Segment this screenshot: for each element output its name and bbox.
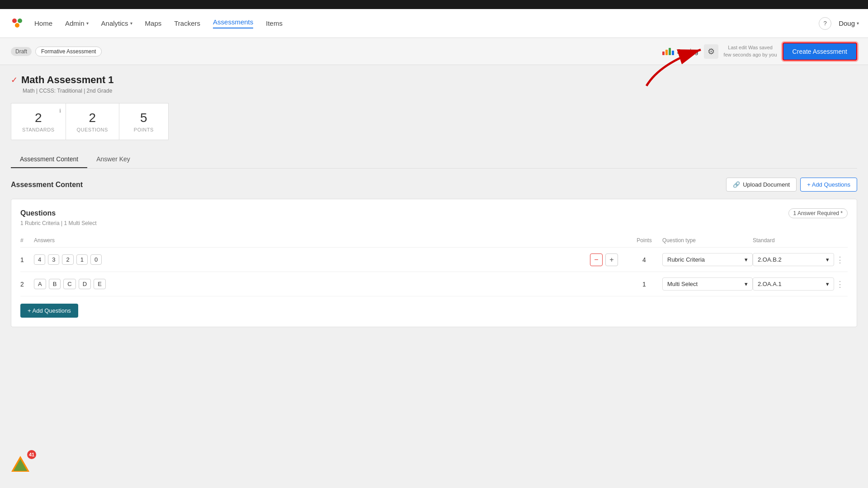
answer-chip: E [94, 279, 106, 289]
col-points: Points [626, 234, 662, 248]
section-actions: 🔗 Upload Document + Add Questions [726, 178, 857, 192]
upload-icon: 🔗 [733, 181, 740, 188]
col-num: # [20, 234, 34, 248]
chevron-down-icon: ▾ [826, 281, 829, 287]
svg-point-1 [18, 19, 22, 23]
logo[interactable] [9, 15, 25, 32]
col-spacer [590, 234, 626, 248]
navigation: Home Admin ▾ Analytics ▾ Maps Trackers A… [0, 9, 868, 38]
row-answers: ABCDE [34, 272, 590, 296]
nav-items-menu[interactable]: Items [266, 19, 283, 27]
nav-analytics[interactable]: Analytics ▾ [101, 19, 132, 27]
section-title: Assessment Content [11, 181, 83, 189]
content-tabs: Assessment Content Answer Key [11, 151, 857, 169]
minus-button[interactable]: − [590, 253, 603, 266]
chevron-down-icon: ▾ [745, 256, 748, 263]
svg-point-2 [15, 23, 19, 28]
scoring-button[interactable]: Scoring [662, 48, 698, 55]
col-question-type: Question type [662, 234, 753, 248]
help-icon[interactable]: ? [819, 17, 831, 30]
questions-table: # Answers Points Question type Standard … [20, 234, 848, 296]
nav-assessments[interactable]: Assessments [213, 18, 253, 28]
questions-number: 2 [89, 111, 96, 125]
section-header: Assessment Content 🔗 Upload Document + A… [11, 178, 857, 192]
standard-dropdown[interactable]: 2.OA.A.1▾ [753, 277, 834, 291]
row-standard: 2.OA.B.2▾ [753, 248, 834, 272]
points-label: POINTS [134, 127, 154, 132]
nav-admin[interactable]: Admin ▾ [65, 19, 89, 27]
row-question-type: Rubric Criteria▾ [662, 248, 753, 272]
nav-items: Home Admin ▾ Analytics ▾ Maps Trackers A… [34, 18, 283, 28]
answer-chip: 1 [76, 254, 88, 265]
answer-chip: 2 [62, 254, 73, 265]
col-standard: Standard [753, 234, 834, 248]
question-type-dropdown[interactable]: Rubric Criteria▾ [662, 253, 753, 266]
chevron-down-icon: ▾ [130, 21, 132, 26]
draft-badge[interactable]: Draft [11, 47, 32, 56]
create-assessment-button[interactable]: Create Assessment [783, 42, 857, 61]
row-actions-cell [590, 272, 626, 296]
points-number: 5 [140, 111, 147, 125]
nav-maps[interactable]: Maps [145, 19, 162, 27]
answer-chip: C [63, 279, 75, 289]
col-answers: Answers [34, 234, 590, 248]
table-header-row: # Answers Points Question type Standard [20, 234, 848, 248]
row-number: 2 [20, 272, 34, 296]
tab-answer-key[interactable]: Answer Key [87, 151, 139, 168]
user-menu[interactable]: Doug ▾ [839, 19, 859, 27]
table-row: 143210−+4Rubric Criteria▾2.OA.B.2▾⋮ [20, 248, 848, 272]
answer-chip: B [49, 279, 61, 289]
chevron-down-icon: ▾ [745, 281, 748, 287]
answer-chip: 0 [90, 254, 102, 265]
standard-dropdown[interactable]: 2.OA.B.2▾ [753, 253, 834, 266]
row-more-cell: ⋮ [834, 272, 848, 296]
row-more-cell: ⋮ [834, 248, 848, 272]
stat-questions: 2 QUESTIONS [66, 103, 119, 140]
question-type-dropdown[interactable]: Multi Select▾ [662, 277, 753, 291]
formative-badge[interactable]: Formative Assessment [35, 47, 102, 56]
assessment-meta: Math | CCSS: Traditional | 2nd Grade [23, 88, 857, 94]
answer-chip: 4 [34, 254, 45, 265]
scoring-label: Scoring [677, 48, 698, 55]
scoring-bars-icon [662, 48, 674, 55]
questions-header: Questions 1 Answer Required * [20, 208, 848, 218]
answer-chip: 3 [48, 254, 59, 265]
svg-point-0 [12, 19, 17, 23]
points-value: 1 [642, 281, 646, 288]
more-options-button[interactable]: ⋮ [834, 280, 846, 289]
main-content: ✓ Math Assessment 1 Math | CCSS: Traditi… [0, 65, 868, 336]
row-answers: 43210 [34, 248, 590, 272]
settings-icon[interactable]: ⚙ [704, 44, 718, 59]
col-more [834, 234, 848, 248]
add-questions-header-button[interactable]: + Add Questions [800, 178, 857, 192]
user-name: Doug [839, 19, 855, 27]
row-actions-cell: −+ [590, 248, 626, 272]
toolbar: Draft Formative Assessment Scoring ⚙ Las… [0, 38, 868, 65]
add-questions-footer-button[interactable]: + Add Questions [20, 304, 78, 318]
upload-document-button[interactable]: 🔗 Upload Document [726, 178, 797, 192]
info-icon[interactable]: ℹ [59, 108, 61, 114]
nav-trackers[interactable]: Trackers [174, 19, 200, 27]
answer-required-badge: 1 Answer Required * [788, 208, 848, 218]
standard-value: 2.OA.A.1 [758, 281, 782, 287]
assessment-title: Math Assessment 1 [21, 74, 114, 86]
table-row: 2ABCDE1Multi Select▾2.OA.A.1▾⋮ [20, 272, 848, 296]
points-value: 4 [642, 256, 646, 263]
row-question-type: Multi Select▾ [662, 272, 753, 296]
row-points: 4 [626, 248, 662, 272]
tab-assessment-content[interactable]: Assessment Content [11, 151, 87, 168]
standards-number: 2 [35, 111, 42, 125]
assessment-title-row: ✓ Math Assessment 1 [11, 74, 857, 86]
chevron-down-icon: ▾ [826, 256, 829, 263]
more-options-button[interactable]: ⋮ [834, 255, 846, 264]
chevron-down-icon: ▾ [86, 21, 89, 26]
answer-chip: D [79, 279, 91, 289]
plus-button[interactable]: + [605, 253, 618, 266]
nav-home[interactable]: Home [34, 19, 52, 27]
last-edit-text: Last edit Was saved few seconds ago by y… [724, 44, 777, 58]
check-icon: ✓ [11, 75, 18, 85]
questions-sub: 1 Rubric Criteria | 1 Multi Select [20, 220, 848, 226]
toolbar-right: Scoring ⚙ Last edit Was saved few second… [662, 42, 857, 61]
nav-right: ? Doug ▾ [819, 17, 859, 30]
answer-chip: A [34, 279, 46, 289]
